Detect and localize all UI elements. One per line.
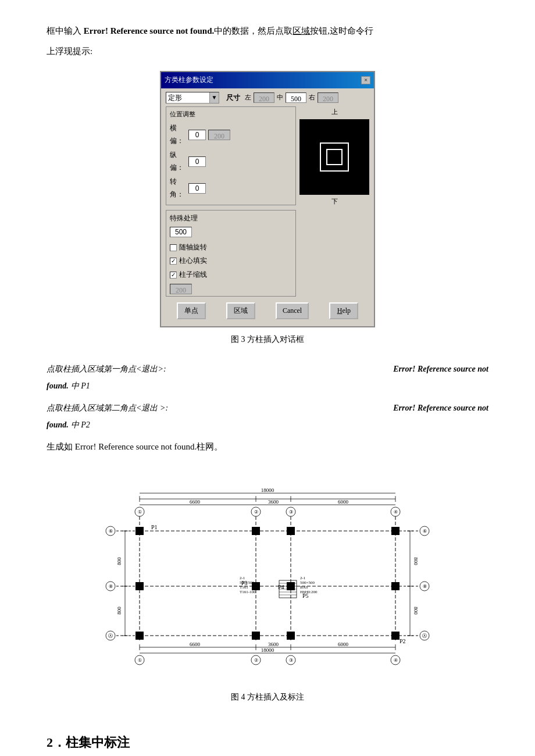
svg-text:P4: P4 (278, 584, 284, 590)
cb2-checkbox[interactable]: ✓ (170, 258, 177, 265)
svg-text:800: 800 (413, 607, 419, 615)
cb3-checkbox[interactable]: ✓ (170, 272, 177, 279)
dialog-window: 方类柱参数设定 × 定形 ▼ 尺寸 左 200 中 500 右 (160, 71, 375, 327)
intro-end: 按钮,这时命令行 (310, 26, 373, 35)
svg-rect-48 (252, 527, 260, 535)
offset-x-label: 横偏： (170, 122, 186, 147)
svg-text:④: ④ (394, 658, 398, 663)
cmd1-error: Error! Reference source not (393, 362, 488, 376)
svg-text:①: ① (138, 509, 142, 515)
svg-text:④: ④ (394, 509, 398, 515)
cb3-row: ✓ 柱子缩线 (170, 269, 292, 281)
dialog-content: 定形 ▼ 尺寸 左 200 中 500 右 200 (161, 88, 374, 327)
svg-rect-57 (287, 632, 295, 640)
svg-text:②: ② (254, 658, 258, 663)
cmd2-found: found. (47, 418, 69, 432)
cb2-label: 柱心填实 (179, 255, 207, 268)
cmd2-line: 点取柱插入区域第二角点<退出 >: Error! Reference sourc… (47, 401, 488, 415)
cmd1-line: 点取柱插入区域第一角点<退出>: Error! Reference source… (47, 362, 488, 376)
fig3-caption: 图 3 方柱插入对话框 (231, 332, 304, 347)
svg-text:18000: 18000 (261, 487, 274, 493)
cb1-checkbox[interactable] (170, 244, 177, 251)
svg-text:800: 800 (116, 557, 122, 565)
svg-text:2-1: 2-1 (240, 576, 245, 580)
dialog-area: 方类柱参数设定 × 定形 ▼ 尺寸 左 200 中 500 右 (47, 71, 488, 356)
svg-rect-47 (135, 527, 144, 535)
svg-text:18000: 18000 (261, 647, 274, 653)
cancel-button[interactable]: Cancel (276, 302, 309, 320)
section2-heading: 2．柱集中标注 (47, 731, 488, 754)
svg-text:2-1: 2-1 (300, 576, 306, 580)
svg-text:P2: P2 (400, 638, 406, 644)
size-left-label: 左 (245, 92, 251, 104)
preview-panel: 上 下 (299, 106, 369, 298)
gen-post: 柱网。 (197, 442, 223, 451)
cb2-row: ✓ 柱心填实 (170, 255, 292, 268)
offset-x-input[interactable] (188, 130, 206, 140)
help-button[interactable]: Help (329, 302, 358, 320)
cmd1-line2: found. 中 P1 (47, 379, 488, 393)
svg-text:③: ③ (289, 658, 293, 663)
svg-rect-51 (135, 582, 144, 590)
area-button[interactable]: 区域 (226, 302, 255, 320)
dialog-titlebar: 方类柱参数设定 × (161, 72, 374, 88)
svg-text:6000: 6000 (338, 641, 349, 647)
special-size-input[interactable] (170, 227, 192, 237)
rotate-row: 转角： (170, 176, 292, 201)
single-point-button[interactable]: 单点 (177, 302, 206, 320)
svg-text:②: ② (254, 509, 258, 515)
position-title: 位置调整 (170, 109, 292, 120)
svg-rect-54 (391, 582, 400, 590)
size-mid-input[interactable]: 500 (286, 92, 306, 103)
svg-text:⑥: ⑥ (109, 529, 113, 534)
preview-inner-rect (326, 149, 343, 165)
special-size-row (170, 226, 292, 239)
svg-text:3600: 3600 (268, 641, 279, 647)
offset-x-row: 横偏： 200 (170, 122, 292, 147)
svg-text:800: 800 (413, 557, 419, 565)
cmd2-line2: found. 中 P2 (47, 418, 488, 432)
command-section: 点取柱插入区域第一角点<退出>: Error! Reference source… (47, 362, 488, 432)
size-right-label: 右 (309, 92, 315, 104)
cmd1-suffix: 中 P1 (71, 379, 90, 393)
svg-text:800: 800 (116, 607, 122, 615)
size-top-row: 左 200 中 500 右 200 (245, 92, 338, 104)
svg-text:③: ③ (289, 509, 293, 515)
svg-text:P1: P1 (151, 524, 158, 530)
diagram-area: 6600 3600 6000 18000 ① ② ③ (47, 464, 488, 714)
position-section: 位置调整 横偏： 200 纵偏： 转角： (166, 106, 296, 205)
size-left-input: 200 (254, 92, 274, 103)
intro-line2: 上浮现提示: (47, 44, 488, 59)
cmd2-pre: 点取柱插入区域第二角点<退出 >: (47, 401, 168, 415)
rotate-input[interactable] (188, 183, 206, 194)
dropdown-arrow[interactable]: ▼ (209, 92, 219, 103)
cmd1-pre: 点取柱插入区域第一角点<退出>: (47, 362, 166, 376)
svg-rect-50 (391, 527, 400, 535)
diagram-svg-container: 6600 3600 6000 18000 ① ② ③ (93, 464, 442, 685)
svg-text:Ⓐ: Ⓐ (422, 633, 427, 639)
svg-text:6600: 6600 (190, 499, 201, 505)
offset-y-label: 纵偏： (170, 149, 186, 174)
size-right-input: 200 (318, 92, 338, 103)
offset-y-input[interactable] (188, 156, 206, 167)
main-body: 位置调整 横偏： 200 纵偏： 转角： (166, 106, 369, 298)
dialog-buttons: 单点 区域 Cancel Help (166, 299, 369, 323)
cb1-row: 随轴旋转 (170, 241, 292, 254)
floor-plan-svg: 6600 3600 6000 18000 ① ② ③ (93, 464, 442, 685)
dialog-close-button[interactable]: × (361, 76, 370, 84)
cmd2-suffix: 中 P2 (71, 418, 90, 432)
svg-text:⑧: ⑧ (423, 584, 427, 589)
generate-text: 生成如 Error! Reference source not found.柱网… (47, 439, 488, 455)
intro-pre: 框中输入 (47, 26, 84, 35)
preview-down-label: 下 (331, 196, 338, 208)
fig4-caption: 图 4 方柱插入及标注 (231, 690, 304, 704)
offset-x-disabled: 200 (208, 130, 230, 140)
svg-text:T161: T161 (240, 585, 248, 590)
intro-post: 中的数据，然后点取 (214, 26, 293, 35)
left-panel: 位置调整 横偏： 200 纵偏： 转角： (166, 106, 296, 298)
gen-pre: 生成如 (47, 442, 75, 451)
svg-rect-49 (287, 527, 295, 535)
shape-value: 定形 (166, 92, 209, 105)
shape-selector[interactable]: 定形 ▼ (166, 92, 219, 104)
intro-line1: 框中输入 Error! Reference source not found.中… (47, 23, 488, 39)
